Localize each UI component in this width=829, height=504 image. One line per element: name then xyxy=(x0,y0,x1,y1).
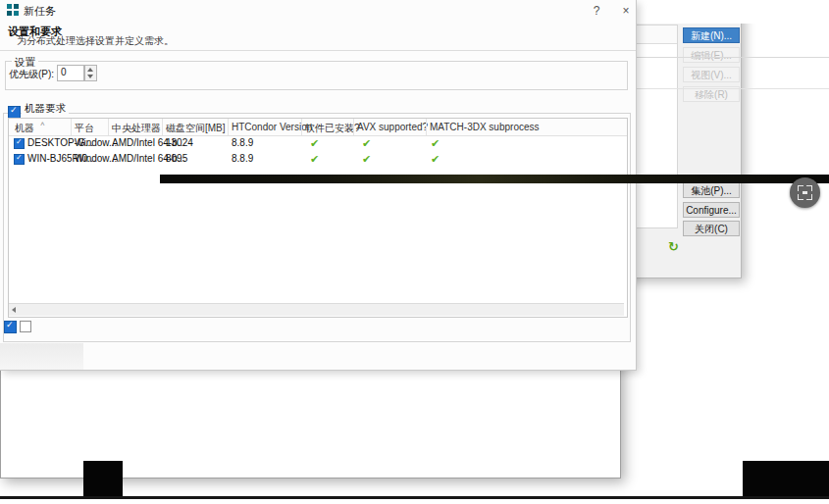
priority-stepper[interactable] xyxy=(84,65,97,81)
col-match3dx[interactable]: MATCH-3DX subprocess xyxy=(430,122,624,132)
machine-htcondor: 8.8.9 xyxy=(232,137,253,148)
view-button[interactable]: 视图(V)... xyxy=(683,67,740,82)
option-checkbox-checked[interactable] xyxy=(4,321,17,333)
page-subtitle: 为分布式处理选择设置并定义需求。 xyxy=(17,34,174,48)
priority-spinbox[interactable]: 0 xyxy=(57,65,84,81)
machines-table: 机器 ˄ 平台 中央处理器 磁盘空间[MB] HTCondor Version … xyxy=(8,118,628,318)
new-task-window: 新任务 ? × 设置和要求 为分布式处理选择设置并定义需求。 设置 优先级(P)… xyxy=(0,0,637,371)
col-cpu[interactable]: 中央处理器 xyxy=(112,122,161,135)
pool-button[interactable]: 集池(P)... xyxy=(683,182,740,198)
help-button[interactable]: ? xyxy=(589,3,604,19)
col-disk[interactable]: 磁盘空间[MB] xyxy=(166,122,226,135)
col-avx[interactable]: AVX supported? xyxy=(357,122,428,132)
scroll-left-icon[interactable] xyxy=(12,307,16,313)
col-machine[interactable]: 机器 xyxy=(15,122,34,135)
machine-requirements-label: 机器要求 xyxy=(22,102,69,116)
window-shadow-region xyxy=(0,343,83,370)
settings-group xyxy=(5,61,628,90)
desktop-background-right xyxy=(743,461,829,496)
option-checkbox-unchecked[interactable] xyxy=(20,321,31,332)
app-logo-icon xyxy=(7,4,19,16)
refresh-icon[interactable]: ↻ xyxy=(668,239,679,254)
sort-asc-icon: ˄ xyxy=(40,120,45,128)
new-task-titlebar: 新任务 ? × xyxy=(0,0,636,22)
match3dx-check-icon: ✔ xyxy=(431,153,440,166)
divider xyxy=(0,50,636,51)
match3dx-check-icon: ✔ xyxy=(431,137,440,150)
machine-disk: 8095 xyxy=(166,153,187,164)
spin-up-icon[interactable] xyxy=(87,68,93,72)
installed-check-icon: ✔ xyxy=(310,137,319,150)
priority-label: 优先级(P): xyxy=(9,68,54,81)
close-button[interactable]: × xyxy=(618,3,634,19)
horizontal-scrollbar[interactable] xyxy=(9,303,624,316)
machines-table-header[interactable]: 机器 ˄ 平台 中央处理器 磁盘空间[MB] HTCondor Version … xyxy=(9,119,627,136)
close-button[interactable]: 关闭(C) xyxy=(683,221,740,236)
spin-down-icon[interactable] xyxy=(87,75,93,78)
machine-disk: 13024 xyxy=(166,137,193,148)
machine-checkbox[interactable] xyxy=(14,138,25,149)
machine-checkbox[interactable] xyxy=(14,154,25,165)
screen-capture-overlay-button[interactable] xyxy=(790,177,820,208)
col-installed[interactable]: 软件已安装? xyxy=(305,122,360,135)
machine-platform: Window... xyxy=(75,153,117,164)
machine-platform: Window... xyxy=(75,137,117,148)
configure-button[interactable]: Configure... xyxy=(683,202,740,218)
machine-htcondor: 8.8.9 xyxy=(232,153,253,164)
avx-check-icon: ✔ xyxy=(362,137,371,150)
background-window-edge xyxy=(160,175,829,183)
edit-button[interactable]: 编辑(E)... xyxy=(683,47,740,63)
machine-row[interactable]: DESKTOP-G... Window... AMD/Intel 64-b...… xyxy=(9,136,627,151)
machine-row[interactable]: WIN-BJ65RI0... Window... AMD/Intel 64-b.… xyxy=(9,152,627,167)
screen: 新任务 ? × 设置和要求 为分布式处理选择设置并定义需求。 设置 优先级(P)… xyxy=(0,0,829,504)
screen-bottom-edge xyxy=(0,496,829,499)
installed-check-icon: ✔ xyxy=(310,153,319,166)
avx-check-icon: ✔ xyxy=(362,153,371,166)
window-title: 新任务 xyxy=(24,4,56,19)
new-button[interactable]: 新建(N)... xyxy=(683,27,740,43)
col-htcondor[interactable]: HTCondor Version xyxy=(232,122,312,132)
desktop-background-left xyxy=(83,461,123,496)
priority-value: 0 xyxy=(61,67,67,77)
col-platform[interactable]: 平台 xyxy=(75,122,94,135)
